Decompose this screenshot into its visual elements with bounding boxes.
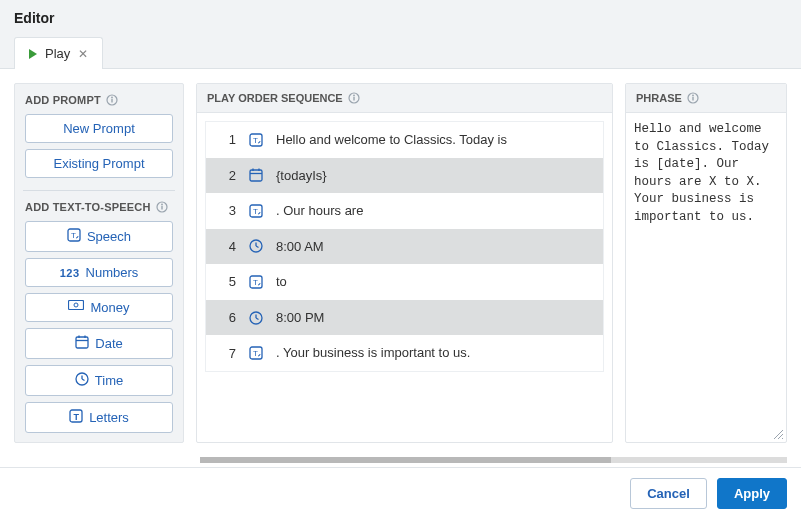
sequence-number: 1 <box>218 132 236 147</box>
add-prompt-heading: ADD PROMPT <box>25 94 173 106</box>
svg-point-4 <box>161 204 163 206</box>
speech-icon: T <box>67 228 81 245</box>
phrase-heading: PHRASE <box>626 84 786 113</box>
sequence-number: 7 <box>218 346 236 361</box>
tabs: Play ✕ <box>14 36 787 68</box>
sidebar: ADD PROMPT New Prompt Existing Prompt AD… <box>14 83 184 443</box>
add-tts-heading: ADD TEXT-TO-SPEECH <box>25 201 173 213</box>
phrase-panel: PHRASE Hello and welcome to Classics. To… <box>625 83 787 443</box>
clock-icon <box>75 372 89 389</box>
content: PLAY ORDER SEQUENCE 1THello and welcome … <box>196 83 787 443</box>
apply-button[interactable]: Apply <box>717 478 787 509</box>
letters-button[interactable]: T Letters <box>25 402 173 433</box>
cancel-button[interactable]: Cancel <box>630 478 707 509</box>
svg-line-45 <box>782 438 783 439</box>
money-button[interactable]: Money <box>25 293 173 322</box>
tab-play[interactable]: Play ✕ <box>14 37 103 69</box>
speech-icon: T <box>248 345 264 361</box>
sequence-row[interactable]: 3T. Our hours are <box>206 193 603 229</box>
letters-label: Letters <box>89 410 129 425</box>
svg-rect-21 <box>353 97 354 101</box>
tab-label: Play <box>45 46 70 61</box>
sequence-text: Hello and welcome to Classics. Today is <box>276 131 507 149</box>
svg-point-20 <box>353 95 355 97</box>
svg-line-43 <box>774 430 783 439</box>
numbers-button[interactable]: 123 Numbers <box>25 258 173 287</box>
sequence-heading-label: PLAY ORDER SEQUENCE <box>207 92 343 104</box>
svg-rect-24 <box>250 170 262 181</box>
svg-rect-5 <box>161 206 162 210</box>
add-prompt-heading-label: ADD PROMPT <box>25 94 101 106</box>
time-icon <box>248 238 264 254</box>
sequence-body: 1THello and welcome to Classics. Today i… <box>197 113 612 442</box>
time-button[interactable]: Time <box>25 365 173 396</box>
numbers-label: Numbers <box>86 265 139 280</box>
footer: Cancel Apply <box>0 467 801 509</box>
svg-point-9 <box>74 303 78 307</box>
sequence-text: {todayIs} <box>276 167 327 185</box>
new-prompt-label: New Prompt <box>63 121 135 136</box>
speech-button[interactable]: T Speech <box>25 221 173 252</box>
svg-text:T: T <box>253 278 258 287</box>
numbers-icon: 123 <box>60 267 80 279</box>
scrollbar-thumb[interactable] <box>200 457 611 463</box>
sequence-number: 5 <box>218 274 236 289</box>
play-order-sequence: PLAY ORDER SEQUENCE 1THello and welcome … <box>196 83 613 443</box>
sequence-row[interactable]: 2{todayIs} <box>206 158 603 194</box>
svg-rect-8 <box>69 301 84 310</box>
existing-prompt-label: Existing Prompt <box>53 156 144 171</box>
sequence-heading: PLAY ORDER SEQUENCE <box>197 84 612 113</box>
info-icon[interactable] <box>106 94 118 106</box>
play-icon <box>29 49 37 59</box>
apply-label: Apply <box>734 486 770 501</box>
svg-line-16 <box>82 379 85 381</box>
sequence-number: 2 <box>218 168 236 183</box>
svg-point-1 <box>111 97 113 99</box>
sequence-text: . Our hours are <box>276 202 363 220</box>
speech-icon: T <box>248 203 264 219</box>
svg-text:T: T <box>253 207 258 216</box>
existing-prompt-button[interactable]: Existing Prompt <box>25 149 173 178</box>
sequence-text: 8:00 AM <box>276 238 324 256</box>
sequence-row[interactable]: 48:00 AM <box>206 229 603 265</box>
sequence-text: . Your business is important to us. <box>276 344 470 362</box>
sequence-row[interactable]: 7T. Your business is important to us. <box>206 335 603 371</box>
time-icon <box>248 310 264 326</box>
speech-icon: T <box>248 132 264 148</box>
sequence-list: 1THello and welcome to Classics. Today i… <box>205 121 604 372</box>
divider <box>23 190 175 191</box>
sequence-number: 3 <box>218 203 236 218</box>
svg-rect-2 <box>111 99 112 103</box>
sequence-text: to <box>276 273 287 291</box>
phrase-text[interactable]: Hello and welcome to Classics. Today is … <box>626 113 786 442</box>
info-icon[interactable] <box>156 201 168 213</box>
sequence-row[interactable]: 1THello and welcome to Classics. Today i… <box>206 122 603 158</box>
date-label: Date <box>95 336 122 351</box>
add-tts-heading-label: ADD TEXT-TO-SPEECH <box>25 201 151 213</box>
sequence-row[interactable]: 68:00 PM <box>206 300 603 336</box>
letters-icon: T <box>69 409 83 426</box>
new-prompt-button[interactable]: New Prompt <box>25 114 173 143</box>
svg-text:T: T <box>74 412 80 422</box>
cancel-label: Cancel <box>647 486 690 501</box>
info-icon[interactable] <box>348 92 360 104</box>
info-icon[interactable] <box>687 92 699 104</box>
sequence-number: 6 <box>218 310 236 325</box>
calendar-icon <box>75 335 89 352</box>
horizontal-scrollbar[interactable] <box>200 457 787 463</box>
resize-handle[interactable] <box>772 428 784 440</box>
svg-rect-42 <box>692 97 693 101</box>
svg-line-32 <box>256 246 259 248</box>
svg-rect-10 <box>76 337 88 348</box>
time-label: Time <box>95 373 123 388</box>
editor-header: Editor Play ✕ <box>0 0 801 69</box>
svg-text:T: T <box>253 136 258 145</box>
speech-label: Speech <box>87 229 131 244</box>
close-icon[interactable]: ✕ <box>78 47 88 61</box>
svg-line-37 <box>256 318 259 320</box>
date-icon <box>248 167 264 183</box>
page-title: Editor <box>14 10 787 26</box>
sequence-row[interactable]: 5Tto <box>206 264 603 300</box>
date-button[interactable]: Date <box>25 328 173 359</box>
main: ADD PROMPT New Prompt Existing Prompt AD… <box>0 69 801 457</box>
